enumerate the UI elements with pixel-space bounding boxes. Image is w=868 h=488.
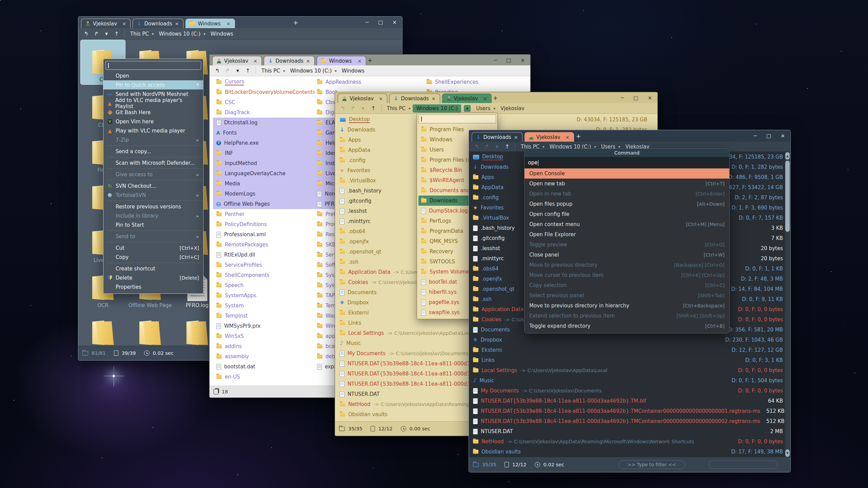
forward-button[interactable]: ↱ [222,67,233,74]
breadcrumb-segment[interactable]: This PC [384,105,408,112]
file-row[interactable]: Speech [213,280,315,290]
context-menu-item[interactable]: Open [103,71,203,80]
tab[interactable]: Downloads × [264,56,315,65]
tab[interactable]: Vjekoslav × [212,56,262,65]
forward-button[interactable]: ↱ [348,105,358,111]
palette-item[interactable]: Move to previous directory in hierarchy … [525,301,729,311]
context-menu-item[interactable]: Open Vim here [103,117,203,126]
palette-item[interactable]: Open in new tab [Ctrl+Enter] [525,189,729,199]
file-row[interactable]: Eksterni D: 12, F: 127, 12 GB [470,345,785,355]
back-button[interactable]: ↰ [212,67,222,74]
breadcrumb-segment[interactable]: Users [473,105,493,112]
tab[interactable]: Vjekoslav × [525,132,574,142]
context-menu-item[interactable]: Give access to ▸ [103,170,203,179]
new-tab-button[interactable]: + [574,132,583,141]
tab[interactable]: Vjekoslav × [338,94,387,103]
up-button[interactable]: ↑ [368,105,378,111]
tab-close-icon[interactable]: × [566,135,570,140]
breadcrumb-segment[interactable]: ▾ [464,105,471,112]
context-menu-item[interactable]: Include in library ▸ [103,211,203,220]
scroll-up-icon[interactable]: ▲ [785,152,790,160]
context-menu-item[interactable]: Restore previous versions [103,202,203,211]
context-menu-item[interactable]: Pin to Quick access [103,80,203,89]
up-button[interactable]: ↑ [502,143,512,150]
file-row[interactable]: BitLockerDiscoveryVolumeContents [213,87,315,97]
breadcrumb-segment[interactable]: Windows 10 (C:) [413,104,461,113]
file-row[interactable]: addins [213,341,315,351]
file-row[interactable]: DiagTrack [213,107,315,118]
file-row[interactable]: LanguageOverlayCache [213,168,315,179]
palette-item[interactable]: Extend selection to previous item [Shift… [525,311,729,321]
minimize-button[interactable]: ─ [494,57,497,63]
file-row[interactable]: INF [213,148,315,158]
new-tab-button[interactable]: + [291,18,300,27]
tab-close-icon[interactable]: × [226,21,231,26]
palette-search-input[interactable]: ope [525,157,729,168]
context-menu-item[interactable]: Delete [Delete] [103,273,203,282]
minimize-button[interactable]: ─ [366,19,369,25]
file-row[interactable]: ShellComponents [213,270,315,280]
palette-item[interactable]: Toggle preview [Ctrl+Q] [525,240,729,250]
forward-button[interactable]: ↱ [91,30,101,37]
tab-close-icon[interactable]: × [379,96,383,101]
file-row[interactable]: Obsidian vaults D: 17, F: 149, 38 MB [470,447,785,457]
file-row[interactable]: NetHood C:\Users\Vjekoslav\AppData\Roami… [470,436,785,447]
palette-item[interactable]: Select previous panel [Shift+Tab] [525,290,729,301]
context-menu-item[interactable]: Scan with Microsoft Defender... [103,158,203,167]
context-menu-item[interactable] [103,262,203,264]
palette-item[interactable]: Open config file [525,209,729,219]
file-row[interactable]: WinSxS [213,331,315,341]
up-button[interactable]: ↑ [112,30,122,37]
context-menu-item[interactable]: Send a copy... [103,147,203,156]
back-button[interactable]: ↰ [472,143,482,150]
file-row[interactable]: Media [213,179,315,189]
history-dropdown-button[interactable]: ▾ [358,105,368,111]
maximize-button[interactable]: □ [633,95,638,101]
context-menu-item[interactable]: Send to ▸ [103,232,203,241]
palette-item[interactable]: Open context menu [Ctrl+M] [Menu] [525,219,729,229]
file-row[interactable]: RemotePackages [213,240,315,250]
context-menu-item[interactable] [103,167,203,170]
close-button[interactable]: × [392,19,397,25]
file-row[interactable]: assembly [213,351,315,362]
history-dropdown-button[interactable]: ▾ [101,30,112,37]
scrollbar-thumb[interactable] [785,161,790,232]
minimize-button[interactable]: ─ [754,133,757,139]
history-dropdown-button[interactable]: ▾ [492,143,502,150]
palette-item[interactable]: Open Console [525,168,729,179]
context-menu-item[interactable]: Cut [Ctrl+X] [103,243,203,252]
file-row[interactable]: DtcInstall.log [213,118,315,128]
tab-close-icon[interactable]: × [483,96,487,101]
context-menu-item[interactable]: TortoiseSVN ▸ [103,190,203,200]
file-row[interactable]: InputMethod [213,158,315,168]
context-menu-item[interactable]: Pin to Start [103,220,203,229]
file-row[interactable]: ModemLogs [213,189,315,199]
breadcrumb-segment[interactable]: This PC [259,67,283,75]
tab[interactable]: Downloads × [133,19,183,28]
forward-button[interactable]: ↱ [482,143,492,150]
history-dropdown-button[interactable]: ▾ [233,67,243,74]
back-button[interactable]: ↰ [338,105,348,111]
tab-close-icon[interactable]: × [175,21,179,26]
file-row[interactable]: Fonts [213,128,315,138]
file-row[interactable]: WMSysPr9.prx [213,321,315,331]
context-menu-filter-input[interactable] [105,61,201,70]
minimize-button[interactable]: ─ [621,95,624,101]
close-button[interactable]: × [781,133,785,139]
back-button[interactable]: ↰ [81,30,91,37]
breadcrumb-segment[interactable]: Vjekoslav [498,105,527,112]
close-button[interactable]: × [520,57,525,63]
palette-item[interactable]: Move to previous directory [Backspace] [… [525,260,729,270]
tab[interactable]: Windows × [317,56,366,65]
file-row[interactable]: PolicyDefinitions [213,219,315,229]
tab-close-icon[interactable]: × [514,135,518,140]
context-menu-item[interactable] [103,179,203,181]
type-to-filter-hint[interactable]: >> Type to filter << [618,460,686,469]
new-tab-button[interactable]: + [491,94,500,102]
breadcrumb-segment[interactable]: Windows [339,67,367,75]
maximize-button[interactable]: □ [506,57,511,63]
tab-close-icon[interactable]: × [358,58,362,64]
file-row[interactable]: NTUSER.DAT{53b39e88-18c4-11ea-a811-000d3… [470,406,785,416]
file-row[interactable]: ShellExperiences [423,77,525,87]
file-row[interactable]: HelpPane.exe [213,138,315,148]
